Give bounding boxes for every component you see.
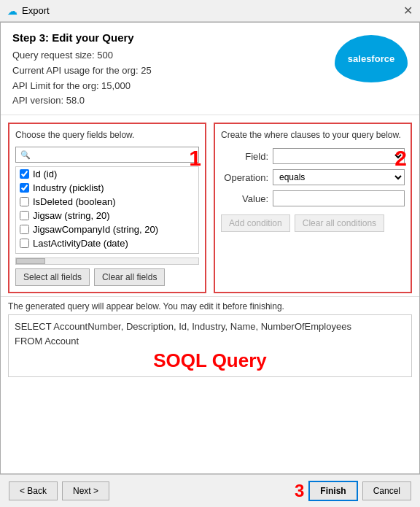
- fields-list: Id (id)Industry (picklist)IsDeleted (boo…: [15, 166, 199, 254]
- title-bar-text: Export: [22, 5, 50, 16]
- search-icon: 🔍: [20, 150, 31, 160]
- clear-all-fields-button[interactable]: Clear all fields: [94, 268, 165, 286]
- dialog-body: Step 3: Edit your Query Query request si…: [0, 22, 420, 474]
- query-box[interactable]: SELECT AccountNumber, Description, Id, I…: [8, 314, 412, 377]
- field-label-text: Industry (picklist): [33, 182, 104, 193]
- query-size-info: Query request size: 500: [12, 48, 152, 63]
- right-panel: Create the where clauses to your query b…: [214, 123, 412, 293]
- query-label: The generated query will appear below. Y…: [8, 301, 412, 311]
- field-label-text: JigsawCompanyId (string, 20): [33, 224, 158, 235]
- field-select[interactable]: AccountNumber Id Industry Name: [273, 148, 405, 164]
- step-title: Step 3: Edit your Query: [12, 31, 152, 44]
- add-condition-button[interactable]: Add condition: [221, 214, 290, 232]
- operation-label: Operation:: [221, 172, 268, 183]
- list-item[interactable]: IsDeleted (boolean): [16, 195, 198, 209]
- field-buttons: Select all fields Clear all fields: [15, 268, 199, 286]
- soql-label: SOQL Query: [15, 349, 405, 372]
- query-section: The generated query will appear below. Y…: [1, 296, 419, 383]
- salesforce-logo: salesforce: [335, 35, 408, 82]
- left-panel-title: Choose the query fields below.: [15, 130, 199, 140]
- field-checkbox[interactable]: [20, 169, 29, 179]
- field-checkbox[interactable]: [20, 225, 29, 234]
- query-text: SELECT AccountNumber, Description, Id, I…: [15, 320, 405, 348]
- list-item[interactable]: Jigsaw (string, 20): [16, 209, 198, 222]
- footer-section: < Back Next > 3 Finish Cancel: [0, 474, 420, 507]
- field-row: Field: AccountNumber Id Industry Name: [221, 148, 405, 164]
- header-left: Step 3: Edit your Query Query request si…: [12, 31, 152, 109]
- api-limit-info: API Limit for the org: 15,000: [12, 79, 152, 94]
- cancel-button[interactable]: Cancel: [362, 481, 411, 500]
- field-checkbox[interactable]: [20, 239, 29, 248]
- list-item[interactable]: Industry (picklist): [16, 181, 198, 195]
- field-label-text: IsDeleted (boolean): [33, 196, 115, 207]
- right-panel-title: Create the where clauses to your query b…: [221, 130, 405, 140]
- back-button[interactable]: < Back: [9, 481, 58, 500]
- value-row: Value:: [221, 190, 405, 206]
- step-info: Query request size: 500 Current API usag…: [12, 48, 152, 109]
- footer-right: 3 Finish Cancel: [295, 481, 411, 501]
- left-panel: Choose the query fields below. 🔍 Id (id)…: [8, 123, 206, 293]
- operation-select[interactable]: equalsnot equalsless thangreater thancon…: [273, 169, 405, 185]
- condition-buttons: Add condition Clear all conditions: [221, 214, 405, 232]
- search-input[interactable]: [34, 150, 194, 160]
- field-label-text: LastActivityDate (date): [33, 238, 128, 249]
- finish-button[interactable]: Finish: [308, 481, 357, 501]
- title-bar: ☁ Export ✕: [0, 0, 420, 22]
- field-label: Field:: [221, 151, 268, 162]
- clear-conditions-button[interactable]: Clear all conditions: [295, 214, 384, 232]
- value-input[interactable]: [273, 190, 405, 206]
- footer-left: < Back Next >: [9, 481, 109, 500]
- api-version-info: API version: 58.0: [12, 93, 152, 109]
- next-button[interactable]: Next >: [62, 481, 109, 500]
- annotation-3-number: 3: [295, 481, 304, 501]
- operation-row: Operation: equalsnot equalsless thangrea…: [221, 169, 405, 185]
- horizontal-scrollbar[interactable]: [15, 258, 199, 265]
- list-item[interactable]: JigsawCompanyId (string, 20): [16, 222, 198, 236]
- api-usage-info: Current API usage for the org: 25: [12, 63, 152, 79]
- header-section: Step 3: Edit your Query Query request si…: [1, 23, 419, 115]
- field-label-text: Jigsaw (string, 20): [33, 210, 109, 221]
- field-label-text: Id (id): [33, 169, 57, 179]
- close-button[interactable]: ✕: [403, 4, 413, 18]
- field-checkbox[interactable]: [20, 211, 29, 220]
- list-item[interactable]: LastActivityDate (date): [16, 236, 198, 250]
- scroll-thumb: [16, 258, 45, 264]
- field-checkbox[interactable]: [20, 183, 29, 193]
- panels-wrapper: Choose the query fields below. 🔍 Id (id)…: [1, 115, 419, 296]
- select-all-button[interactable]: Select all fields: [15, 268, 90, 286]
- cloud-icon: ☁: [7, 5, 18, 17]
- list-item[interactable]: Id (id): [16, 167, 198, 181]
- value-label: Value:: [221, 193, 268, 204]
- field-checkbox[interactable]: [20, 197, 29, 206]
- search-box: 🔍: [15, 147, 199, 163]
